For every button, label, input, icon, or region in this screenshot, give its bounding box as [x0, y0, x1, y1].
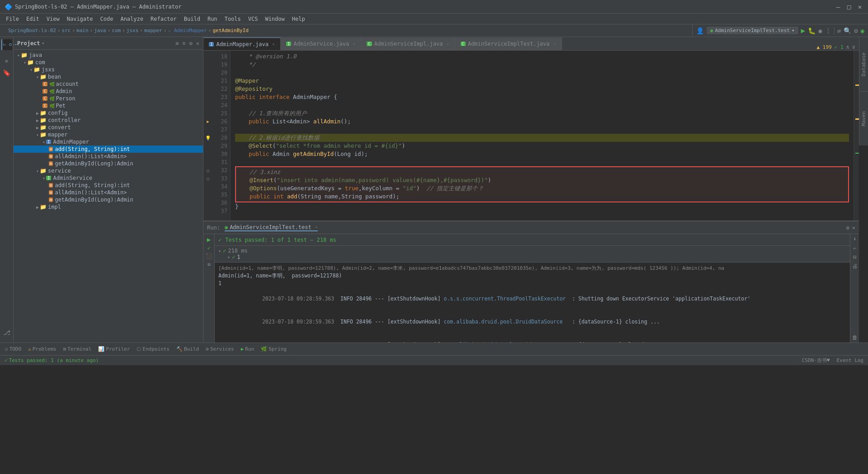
filter-icon[interactable]: ⊟: [853, 254, 856, 260]
project-toggle[interactable]: Proj: [1, 39, 12, 50]
expand-icon2[interactable]: ▾: [227, 255, 230, 260]
run-bottom-button[interactable]: ▶ Run: [238, 345, 257, 353]
tree-item-add-method[interactable]: m add(String, String):int: [14, 145, 203, 153]
gutter-breakpoint[interactable]: ○: [203, 174, 212, 183]
endpoints-button[interactable]: ⬡ Endpoints: [134, 345, 172, 353]
run-check-icon[interactable]: ✓: [207, 245, 210, 251]
gear-icon[interactable]: ⚙: [189, 40, 193, 47]
scroll-indicator[interactable]: [854, 51, 859, 221]
menu-code[interactable]: Code: [97, 15, 117, 23]
folder-icon: 📁: [40, 110, 47, 116]
build-button[interactable]: 🔨 Build: [174, 345, 202, 353]
more-run-options[interactable]: ⋮: [825, 27, 831, 34]
tab-close-icon[interactable]: ✕: [553, 42, 556, 47]
translate-icon[interactable]: ⇄: [837, 27, 841, 34]
run-button[interactable]: ▶: [801, 26, 806, 35]
tree-item-pet[interactable]: C 🌿 Pet: [14, 102, 203, 109]
scroll-down-icon[interactable]: ∨: [852, 44, 855, 50]
menu-build[interactable]: Build: [180, 15, 204, 23]
close-button[interactable]: ✕: [856, 3, 863, 10]
tree-item-adminservice-interface[interactable]: ▾ I AdminService: [14, 174, 203, 182]
tree-item-java[interactable]: ▾ 📁 java: [14, 52, 203, 59]
scroll-to-end-icon[interactable]: ⬇: [853, 236, 856, 242]
menu-file[interactable]: File: [2, 15, 23, 23]
hide-run-icon[interactable]: ✕: [852, 225, 855, 231]
scroll-to-button[interactable]: ⊙: [182, 40, 185, 47]
problems-button[interactable]: ⚠ Problems: [25, 345, 59, 353]
tree-item-admin-class[interactable]: C 🌿 Admin: [14, 88, 203, 95]
maximize-button[interactable]: □: [845, 3, 853, 10]
bookmark-icon[interactable]: 🔖: [1, 67, 12, 78]
commit-icon[interactable]: ⎇: [1, 327, 12, 338]
collapse-all-button[interactable]: ≡: [175, 40, 179, 47]
tab-close-icon[interactable]: ✕: [272, 42, 275, 47]
csdn-link[interactable]: CSDN·吉书♥: [802, 357, 830, 364]
tree-item-adminmapper-interface[interactable]: ▾ I AdminMapper: [14, 138, 203, 145]
services-button[interactable]: ⚙ Services: [203, 345, 237, 353]
run-test-tree-icon[interactable]: ≡: [207, 261, 210, 268]
tree-item-service-getadmin[interactable]: m getAdminById(Long):Admin: [14, 196, 203, 203]
tree-item-service-add[interactable]: m add(String, String):int: [14, 182, 203, 189]
code-editor[interactable]: * @version 1.0 */ @Mapper @Repository pu…: [231, 51, 854, 221]
tree-item-config[interactable]: ▶ 📁 config: [14, 109, 203, 117]
avatar-icon[interactable]: ◉: [861, 27, 864, 34]
tab-adminmapper[interactable]: I AdminMapper.java ✕: [203, 38, 281, 50]
menu-navigate[interactable]: Navigate: [63, 15, 97, 23]
tab-adminserviceimpl[interactable]: C AdminServiceImpl.java ✕: [361, 38, 455, 50]
settings-run-icon[interactable]: ⚙: [846, 225, 849, 231]
tree-item-convert[interactable]: ▶ 📁 convert: [14, 124, 203, 131]
tree-item-impl-folder[interactable]: ▶ 📁 impl: [14, 203, 203, 211]
coverage-button[interactable]: ◉: [818, 27, 822, 34]
gutter-run-icon[interactable]: ▶: [203, 117, 212, 126]
settings-icon[interactable]: ⚙: [854, 27, 858, 34]
run-tab-active[interactable]: ◉ AdminServiceImplTest.test ✕: [225, 224, 318, 231]
menu-analyze[interactable]: Analyze: [117, 15, 147, 23]
menu-edit[interactable]: Edit: [23, 15, 43, 23]
debug-button[interactable]: 🐛: [808, 27, 816, 34]
run-stop-icon[interactable]: ⬛: [206, 253, 212, 259]
database-panel-toggle[interactable]: Database: [859, 37, 868, 91]
menu-view[interactable]: View: [43, 15, 63, 23]
menu-refactor[interactable]: Refactor: [147, 15, 180, 23]
tree-item-com[interactable]: ▾ 📁 com: [14, 59, 203, 66]
tab-close-icon[interactable]: ✕: [446, 42, 449, 47]
gutter-bulb-icon[interactable]: 💡: [203, 134, 212, 142]
scroll-up-icon[interactable]: ∧: [846, 44, 849, 50]
spring-button[interactable]: 🌿 Spring: [258, 345, 289, 353]
tree-item-bean[interactable]: ▾ 📁 bean: [14, 73, 203, 80]
structure-toggle[interactable]: ≡: [1, 56, 12, 66]
tree-item-service-folder[interactable]: ▾ 📁 service: [14, 167, 203, 174]
tab-adminserviceimpltest[interactable]: C AdminServiceImplTest.java ✕: [455, 38, 562, 50]
tree-item-getadminbyid-method[interactable]: m getAdminById(Long):Admin: [14, 160, 203, 167]
tree-item-account[interactable]: C 🌿 account: [14, 80, 203, 88]
terminal-button[interactable]: ⊞ Terminal: [61, 345, 94, 353]
expand-icon[interactable]: ▾: [218, 249, 221, 253]
search-everywhere-icon[interactable]: 🔍: [844, 27, 851, 34]
menu-help[interactable]: Help: [288, 15, 309, 23]
tree-item-alladmin-method[interactable]: m allAdmin():List<Admin>: [14, 153, 203, 160]
run-rerun-icon[interactable]: ▶: [207, 236, 211, 243]
run-config-dropdown[interactable]: ◉ AdminServiceImplTest.test ▾: [707, 27, 798, 34]
profiler-button[interactable]: 📊 Profiler: [95, 345, 132, 353]
gutter-breakpoint[interactable]: ○: [203, 166, 212, 174]
soft-wrap-icon[interactable]: ⇐: [853, 245, 856, 251]
tab-adminservice[interactable]: I AdminService.java ✕: [281, 38, 361, 50]
tree-item-controller[interactable]: ▶ 📁 controller: [14, 117, 203, 124]
menu-window[interactable]: Window: [261, 15, 288, 23]
tab-close-icon[interactable]: ✕: [353, 42, 355, 47]
tree-item-service-alladmin[interactable]: m allAdmin():List<Admin>: [14, 189, 203, 196]
maven-panel-toggle[interactable]: Maven: [859, 91, 868, 145]
tree-item-person[interactable]: C 🌿 Person: [14, 95, 203, 102]
hide-panel-button[interactable]: ✕: [196, 40, 199, 47]
tree-item-jsxs[interactable]: ▾ 📁 jsxs: [14, 66, 203, 73]
clear-icon[interactable]: 🗑: [852, 334, 858, 341]
menu-run[interactable]: Run: [204, 15, 221, 23]
todo-button[interactable]: ☑ TODO: [2, 345, 24, 353]
minimize-button[interactable]: —: [835, 3, 842, 10]
run-tab-close[interactable]: ✕: [315, 225, 318, 230]
menu-tools[interactable]: Tools: [221, 15, 245, 23]
print-icon[interactable]: 🖨: [852, 263, 858, 269]
tree-item-mapper-folder[interactable]: ▾ 📁 mapper: [14, 131, 203, 138]
event-log-link[interactable]: Event Log: [836, 357, 863, 363]
menu-vcs[interactable]: VCS: [245, 15, 262, 23]
